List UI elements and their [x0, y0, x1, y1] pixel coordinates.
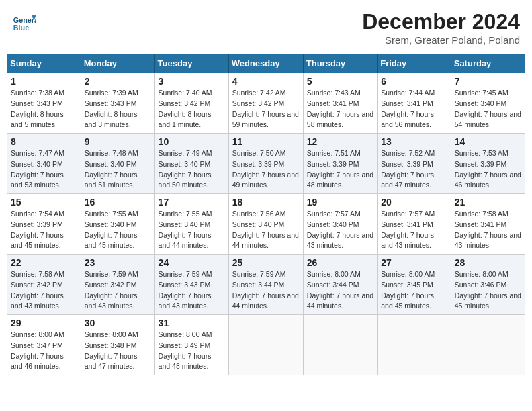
svg-text:Blue: Blue — [13, 24, 29, 32]
day-info: Sunrise: 7:53 AMSunset: 3:39 PMDaylight:… — [455, 148, 521, 191]
day-info: Sunrise: 7:57 AMSunset: 3:40 PMDaylight:… — [307, 209, 373, 251]
col-thursday: Thursday — [303, 54, 377, 73]
day-number: 2 — [85, 76, 151, 87]
day-number: 20 — [381, 197, 447, 208]
day-number: 19 — [307, 197, 373, 208]
day-info: Sunrise: 7:56 AMSunset: 3:40 PMDaylight:… — [232, 209, 300, 251]
day-info: Sunrise: 7:44 AMSunset: 3:41 PMDaylight:… — [381, 88, 447, 130]
calendar-cell: 17Sunrise: 7:55 AMSunset: 3:40 PMDayligh… — [154, 194, 228, 255]
calendar-cell: 22Sunrise: 7:58 AMSunset: 3:42 PMDayligh… — [7, 255, 81, 315]
day-number: 31 — [159, 318, 225, 328]
calendar-cell: 13Sunrise: 7:52 AMSunset: 3:39 PMDayligh… — [378, 134, 451, 194]
day-info: Sunrise: 7:55 AMSunset: 3:40 PMDaylight:… — [85, 209, 151, 251]
day-number: 7 — [455, 76, 521, 87]
day-number: 21 — [455, 197, 521, 208]
calendar-week-4: 22Sunrise: 7:58 AMSunset: 3:42 PMDayligh… — [7, 255, 525, 315]
day-number: 11 — [232, 136, 300, 147]
day-info: Sunrise: 7:50 AMSunset: 3:39 PMDaylight:… — [232, 148, 300, 191]
day-number: 14 — [455, 136, 521, 147]
location: Srem, Greater Poland, Poland — [362, 34, 520, 46]
calendar-week-2: 8Sunrise: 7:47 AMSunset: 3:40 PMDaylight… — [7, 134, 525, 194]
calendar-cell: 30Sunrise: 8:00 AMSunset: 3:48 PMDayligh… — [81, 315, 154, 375]
day-number: 17 — [159, 197, 225, 208]
day-info: Sunrise: 7:54 AMSunset: 3:39 PMDaylight:… — [11, 209, 77, 251]
col-friday: Friday — [378, 54, 451, 73]
day-info: Sunrise: 7:59 AMSunset: 3:44 PMDaylight:… — [232, 269, 300, 312]
day-info: Sunrise: 7:45 AMSunset: 3:40 PMDaylight:… — [455, 88, 521, 130]
day-number: 4 — [232, 76, 300, 87]
col-wednesday: Wednesday — [228, 54, 303, 73]
calendar-cell: 4Sunrise: 7:42 AMSunset: 3:42 PMDaylight… — [228, 73, 303, 134]
title-section: December 2024 Srem, Greater Poland, Pola… — [362, 9, 520, 46]
day-number: 1 — [11, 76, 77, 87]
day-number: 13 — [381, 136, 447, 147]
day-info: Sunrise: 7:58 AMSunset: 3:41 PMDaylight:… — [455, 209, 521, 251]
day-info: Sunrise: 8:00 AMSunset: 3:48 PMDaylight:… — [85, 330, 151, 372]
day-info: Sunrise: 7:38 AMSunset: 3:43 PMDaylight:… — [11, 88, 77, 130]
calendar-cell: 6Sunrise: 7:44 AMSunset: 3:41 PMDaylight… — [378, 73, 451, 134]
day-info: Sunrise: 7:59 AMSunset: 3:43 PMDaylight:… — [159, 269, 225, 312]
day-number: 5 — [307, 76, 373, 87]
calendar-cell — [451, 315, 525, 375]
calendar-cell: 8Sunrise: 7:47 AMSunset: 3:40 PMDaylight… — [7, 134, 81, 194]
calendar-cell: 18Sunrise: 7:56 AMSunset: 3:40 PMDayligh… — [228, 194, 303, 255]
calendar-table: Sunday Monday Tuesday Wednesday Thursday… — [7, 54, 525, 375]
day-number: 24 — [159, 257, 225, 268]
calendar-cell: 1Sunrise: 7:38 AMSunset: 3:43 PMDaylight… — [7, 73, 81, 134]
day-number: 30 — [85, 318, 151, 328]
col-monday: Monday — [81, 54, 154, 73]
logo: General Blue — [12, 9, 39, 34]
calendar-cell: 14Sunrise: 7:53 AMSunset: 3:39 PMDayligh… — [451, 134, 525, 194]
calendar-cell: 2Sunrise: 7:39 AMSunset: 3:43 PMDaylight… — [81, 73, 154, 134]
day-info: Sunrise: 7:49 AMSunset: 3:40 PMDaylight:… — [159, 148, 225, 191]
calendar-cell: 24Sunrise: 7:59 AMSunset: 3:43 PMDayligh… — [154, 255, 228, 315]
day-info: Sunrise: 7:39 AMSunset: 3:43 PMDaylight:… — [85, 88, 151, 130]
calendar-cell: 12Sunrise: 7:51 AMSunset: 3:39 PMDayligh… — [303, 134, 377, 194]
calendar-header-row: Sunday Monday Tuesday Wednesday Thursday… — [7, 54, 525, 73]
day-number: 29 — [11, 318, 77, 328]
month-title: December 2024 — [362, 9, 520, 34]
day-number: 27 — [381, 257, 447, 268]
day-number: 16 — [85, 197, 151, 208]
day-number: 6 — [381, 76, 447, 87]
day-info: Sunrise: 7:52 AMSunset: 3:39 PMDaylight:… — [381, 148, 447, 191]
calendar-cell: 3Sunrise: 7:40 AMSunset: 3:42 PMDaylight… — [154, 73, 228, 134]
calendar-cell: 23Sunrise: 7:59 AMSunset: 3:42 PMDayligh… — [81, 255, 154, 315]
page-header: General Blue December 2024 Srem, Greater… — [7, 7, 525, 48]
day-number: 22 — [11, 257, 77, 268]
day-info: Sunrise: 7:47 AMSunset: 3:40 PMDaylight:… — [11, 148, 77, 191]
day-number: 18 — [232, 197, 300, 208]
calendar-cell: 15Sunrise: 7:54 AMSunset: 3:39 PMDayligh… — [7, 194, 81, 255]
day-info: Sunrise: 8:00 AMSunset: 3:45 PMDaylight:… — [381, 269, 447, 312]
calendar-cell: 21Sunrise: 7:58 AMSunset: 3:41 PMDayligh… — [451, 194, 525, 255]
day-number: 9 — [85, 136, 151, 147]
calendar-cell: 28Sunrise: 8:00 AMSunset: 3:46 PMDayligh… — [451, 255, 525, 315]
day-number: 12 — [307, 136, 373, 147]
day-info: Sunrise: 7:59 AMSunset: 3:42 PMDaylight:… — [85, 269, 151, 312]
calendar-cell: 16Sunrise: 7:55 AMSunset: 3:40 PMDayligh… — [81, 194, 154, 255]
calendar-cell: 9Sunrise: 7:48 AMSunset: 3:40 PMDaylight… — [81, 134, 154, 194]
calendar-cell: 29Sunrise: 8:00 AMSunset: 3:47 PMDayligh… — [7, 315, 81, 375]
calendar-cell: 20Sunrise: 7:57 AMSunset: 3:41 PMDayligh… — [378, 194, 451, 255]
calendar-cell: 25Sunrise: 7:59 AMSunset: 3:44 PMDayligh… — [228, 255, 303, 315]
calendar-cell: 10Sunrise: 7:49 AMSunset: 3:40 PMDayligh… — [154, 134, 228, 194]
day-info: Sunrise: 7:57 AMSunset: 3:41 PMDaylight:… — [381, 209, 447, 251]
calendar-cell: 31Sunrise: 8:00 AMSunset: 3:49 PMDayligh… — [154, 315, 228, 375]
day-number: 3 — [159, 76, 225, 87]
calendar-cell: 19Sunrise: 7:57 AMSunset: 3:40 PMDayligh… — [303, 194, 377, 255]
day-info: Sunrise: 7:51 AMSunset: 3:39 PMDaylight:… — [307, 148, 373, 191]
day-info: Sunrise: 7:42 AMSunset: 3:42 PMDaylight:… — [232, 88, 300, 130]
day-info: Sunrise: 7:43 AMSunset: 3:41 PMDaylight:… — [307, 88, 373, 130]
calendar-week-3: 15Sunrise: 7:54 AMSunset: 3:39 PMDayligh… — [7, 194, 525, 255]
calendar-week-5: 29Sunrise: 8:00 AMSunset: 3:47 PMDayligh… — [7, 315, 525, 375]
day-number: 26 — [307, 257, 373, 268]
calendar-cell: 26Sunrise: 8:00 AMSunset: 3:44 PMDayligh… — [303, 255, 377, 315]
calendar-cell — [303, 315, 377, 375]
calendar-cell — [228, 315, 303, 375]
day-number: 25 — [232, 257, 300, 268]
day-info: Sunrise: 8:00 AMSunset: 3:49 PMDaylight:… — [159, 330, 225, 372]
calendar-cell: 7Sunrise: 7:45 AMSunset: 3:40 PMDaylight… — [451, 73, 525, 134]
day-number: 10 — [159, 136, 225, 147]
calendar-week-1: 1Sunrise: 7:38 AMSunset: 3:43 PMDaylight… — [7, 73, 525, 134]
logo-icon: General Blue — [12, 9, 36, 34]
